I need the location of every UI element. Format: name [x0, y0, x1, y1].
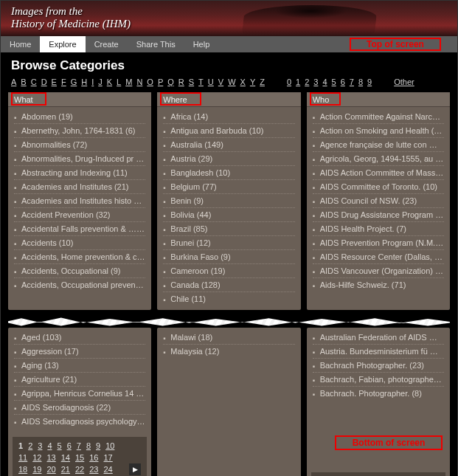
list-item[interactable]: Accidents, Occupational preven … (22): [14, 278, 145, 292]
list-item[interactable]: Africa (14): [163, 110, 294, 124]
list-item[interactable]: Agrippa, Henricus Cornelius 14 … (6): [14, 387, 145, 401]
list-item[interactable]: Agricola, Georg, 1494-1555, au … (7): [313, 152, 444, 166]
page-13[interactable]: 13: [47, 453, 56, 462]
list-item[interactable]: Academies and Institutes histo … (10): [14, 194, 145, 208]
alpha-J[interactable]: J: [98, 77, 103, 86]
list-item[interactable]: Abnormalities (72): [14, 138, 145, 152]
list-item[interactable]: Abnormalities, Drug-Induced pr … (13): [14, 152, 145, 166]
alpha-B[interactable]: B: [21, 77, 26, 86]
page-5[interactable]: 5: [58, 441, 62, 450]
alpha-K[interactable]: K: [107, 77, 112, 86]
list-item[interactable]: Austria (29): [163, 152, 294, 166]
nav-tab-share-this[interactable]: Share This: [128, 36, 184, 52]
list-item[interactable]: Agence française de lutte con … (33): [313, 138, 444, 152]
page-11[interactable]: 11: [18, 453, 27, 462]
list-item[interactable]: Accident Prevention (32): [14, 208, 145, 222]
alpha-E[interactable]: E: [52, 77, 57, 86]
page-4[interactable]: 4: [47, 441, 52, 450]
alpha-other[interactable]: Other: [394, 77, 414, 86]
alpha-H[interactable]: H: [81, 77, 87, 86]
page-3[interactable]: 3: [38, 441, 42, 450]
list-item[interactable]: Accidents (10): [14, 236, 145, 250]
page-19[interactable]: 19: [32, 465, 41, 474]
page-20[interactable]: 20: [47, 465, 56, 474]
list-item[interactable]: Australian Federation of AIDS … (19): [313, 331, 444, 345]
alpha-F[interactable]: F: [61, 77, 66, 86]
alpha-U[interactable]: U: [208, 77, 214, 86]
list-item[interactable]: Belgium (77): [163, 180, 294, 194]
list-item[interactable]: AIDS Drug Assistance Program ( … (7): [313, 208, 444, 222]
alpha-G[interactable]: G: [71, 77, 77, 86]
page-15[interactable]: 15: [75, 453, 84, 462]
nav-tab-help[interactable]: Help: [184, 36, 219, 52]
list-item[interactable]: Canada (128): [163, 278, 294, 292]
alpha-I[interactable]: I: [91, 77, 94, 86]
list-item[interactable]: Accidents, Home prevention & c … (9): [14, 250, 145, 264]
list-item[interactable]: Benin (9): [163, 194, 294, 208]
list-item[interactable]: AIDS Action Committee of Massa … (17): [313, 166, 444, 180]
alpha-N[interactable]: N: [136, 77, 142, 86]
list-item[interactable]: Aids-Hilfe Schweiz. (71): [313, 278, 444, 292]
alpha-V[interactable]: V: [218, 77, 223, 86]
page-9[interactable]: 9: [96, 441, 100, 450]
list-item[interactable]: Academies and Institutes (21): [14, 180, 145, 194]
list-item[interactable]: Malaysia (12): [163, 345, 294, 358]
nav-tab-home[interactable]: Home: [1, 36, 40, 52]
digit-0[interactable]: 0: [287, 77, 291, 86]
page-17[interactable]: 17: [104, 453, 113, 462]
list-item[interactable]: AIDS Resource Center (Dallas, … (6): [313, 250, 444, 264]
list-item[interactable]: Bangladesh (10): [163, 166, 294, 180]
alpha-R[interactable]: R: [178, 77, 184, 86]
alpha-Z[interactable]: Z: [260, 77, 265, 86]
list-item[interactable]: Agriculture (21): [14, 373, 145, 387]
list-item[interactable]: Accidents, Occupational (9): [14, 264, 145, 278]
alpha-O[interactable]: O: [147, 77, 153, 86]
page-18[interactable]: 18: [18, 465, 27, 474]
digit-2[interactable]: 2: [305, 77, 309, 86]
list-item[interactable]: Bachrach. Photographer. (8): [313, 387, 444, 400]
list-item[interactable]: Austria. Bundesministerium fü … (11): [313, 345, 444, 359]
alpha-M[interactable]: M: [125, 77, 132, 86]
list-item[interactable]: Aging (13): [14, 359, 145, 373]
list-item[interactable]: AIDS Prevention Program (N.M.) (8): [313, 236, 444, 250]
next-page-button[interactable]: ▶: [129, 463, 141, 475]
page-6[interactable]: 6: [67, 441, 72, 450]
nav-tab-explore[interactable]: Explore: [40, 36, 85, 52]
list-item[interactable]: Brunei (12): [163, 236, 294, 250]
page-22[interactable]: 22: [75, 465, 84, 474]
alpha-L[interactable]: L: [117, 77, 121, 86]
digit-7[interactable]: 7: [350, 77, 354, 86]
list-item[interactable]: Action on Smoking and Health ( … (8): [313, 124, 444, 138]
page-14[interactable]: 14: [61, 453, 70, 462]
list-item[interactable]: AIDS Vancouver (Organization) (8): [313, 264, 444, 278]
list-item[interactable]: Malawi (18): [163, 331, 294, 345]
list-item[interactable]: Action Committee Against Narco … (6): [313, 110, 444, 124]
alpha-A[interactable]: A: [11, 77, 16, 86]
alpha-C[interactable]: C: [31, 77, 37, 86]
list-item[interactable]: AIDS Committee of Toronto. (10): [313, 180, 444, 194]
page-21[interactable]: 21: [61, 465, 70, 474]
digit-8[interactable]: 8: [358, 77, 363, 86]
list-item[interactable]: Australia (149): [163, 138, 294, 152]
list-item[interactable]: Burkina Faso (9): [163, 250, 294, 264]
list-item[interactable]: Chile (11): [163, 292, 294, 306]
alpha-P[interactable]: P: [158, 77, 163, 86]
page-23[interactable]: 23: [89, 465, 98, 474]
page-12[interactable]: 12: [32, 453, 41, 462]
page-7[interactable]: 7: [77, 441, 81, 450]
list-item[interactable]: Aged (103): [14, 331, 145, 345]
list-item[interactable]: Bachrach, Fabian, photographer … (118): [313, 373, 444, 387]
list-item[interactable]: Antigua and Barbuda (10): [163, 124, 294, 138]
digit-9[interactable]: 9: [367, 77, 372, 86]
page-2[interactable]: 2: [28, 441, 32, 450]
digit-3[interactable]: 3: [313, 77, 318, 86]
alpha-S[interactable]: S: [189, 77, 194, 86]
list-item[interactable]: Abernethy, John, 1764-1831 (6): [14, 124, 145, 138]
list-item[interactable]: AIDS Serodiagnosis (22): [14, 401, 145, 415]
list-item[interactable]: Bolivia (44): [163, 208, 294, 222]
nav-tab-create[interactable]: Create: [86, 36, 128, 52]
digit-1[interactable]: 1: [296, 77, 300, 86]
digit-4[interactable]: 4: [322, 77, 327, 86]
list-item[interactable]: Abdomen (19): [14, 110, 145, 124]
list-item[interactable]: Brazil (85): [163, 222, 294, 236]
